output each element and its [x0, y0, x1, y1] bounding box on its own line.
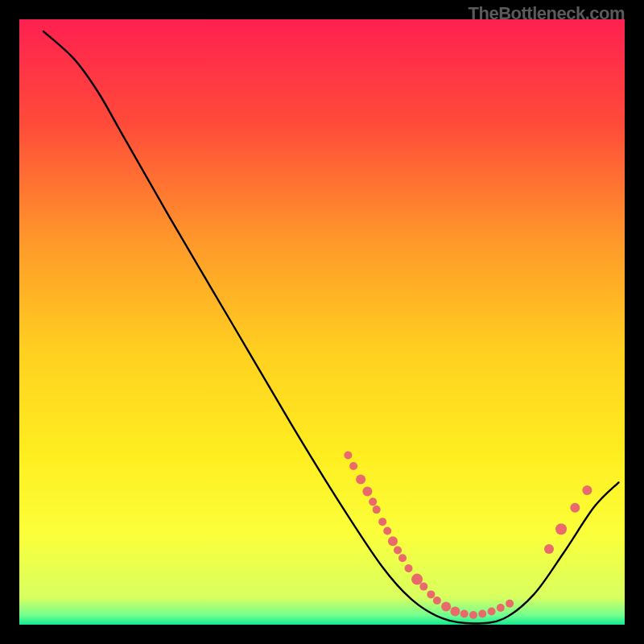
data-point — [388, 536, 398, 546]
data-point — [570, 503, 580, 513]
chart-background — [19, 19, 625, 625]
data-point — [506, 600, 514, 608]
data-point — [398, 554, 407, 562]
data-point — [478, 609, 486, 617]
data-point — [405, 564, 413, 572]
data-point — [378, 518, 386, 526]
data-point — [356, 475, 365, 485]
data-point — [441, 601, 451, 611]
data-point — [419, 583, 427, 591]
data-point — [369, 497, 377, 506]
data-point — [383, 526, 391, 535]
data-point — [344, 451, 352, 459]
data-point — [411, 574, 423, 585]
chart-svg — [19, 19, 625, 625]
data-point — [373, 506, 381, 514]
data-point — [497, 604, 505, 612]
data-point — [349, 462, 357, 470]
data-point — [582, 485, 592, 495]
data-point — [362, 487, 372, 497]
data-point — [460, 609, 469, 617]
data-point — [433, 597, 441, 605]
data-point — [488, 607, 496, 615]
data-point — [394, 547, 402, 555]
data-point — [469, 611, 477, 619]
data-point — [555, 523, 567, 535]
data-point — [544, 544, 554, 554]
chart-plot-area — [19, 19, 625, 625]
data-point — [450, 606, 460, 616]
data-point — [427, 590, 435, 598]
